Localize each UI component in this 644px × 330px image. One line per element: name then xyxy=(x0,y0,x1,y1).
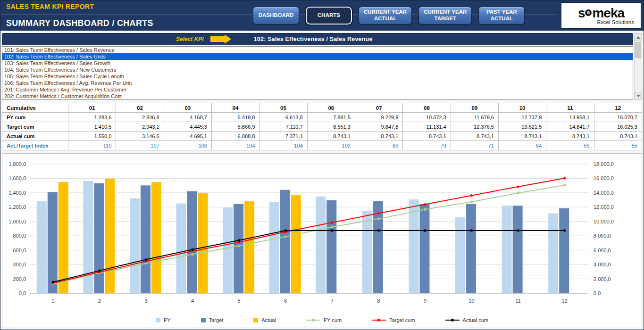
nav-button-current-year-actual[interactable]: CURRENT YEAR ACTUAL xyxy=(359,7,412,25)
bar xyxy=(187,191,197,293)
table-row-actual-cum: Actual cum1.550,03.146,54.695,16.088,87.… xyxy=(2,132,642,141)
table-cell: 2.943,1 xyxy=(116,122,164,132)
legend-swatch-bar xyxy=(253,318,258,322)
x-axis-label: 11 xyxy=(515,298,520,304)
line-marker xyxy=(377,212,380,214)
legend-item-actual: Actual xyxy=(253,317,276,323)
table-cell: 5.866,9 xyxy=(211,122,259,132)
someka-subtitle: Excel Solutions xyxy=(597,19,634,25)
line-marker xyxy=(98,270,100,272)
kpi-list-item[interactable]: 202: Customer Metrics / Customer Acquisi… xyxy=(2,93,633,99)
bar xyxy=(244,201,254,293)
table-cell: 7.110,7 xyxy=(259,122,307,132)
x-axis-label: 8 xyxy=(377,298,380,304)
bar xyxy=(291,195,301,293)
x-axis-label: 2 xyxy=(98,298,101,304)
scroll-thumb[interactable] xyxy=(635,42,641,58)
nav-buttons: DASHBOARD CHARTS CURRENT YEAR ACTUAL CUR… xyxy=(253,7,525,25)
x-axis-label: 3 xyxy=(144,298,147,304)
legend-label: Target cum xyxy=(389,317,415,323)
row-label: PY cum xyxy=(2,113,68,122)
x-axis-label: 1 xyxy=(51,298,54,304)
bar xyxy=(176,204,186,293)
table-cell: 2.846,8 xyxy=(116,113,164,122)
line-marker xyxy=(377,218,380,220)
page-title: SUMMARY DASHBOARD / CHARTS xyxy=(6,18,253,28)
x-axis-label: 9 xyxy=(424,298,427,304)
legend-swatch-line xyxy=(306,318,320,322)
scroll-up-icon xyxy=(636,36,640,39)
table-header-month: 10 xyxy=(498,103,546,113)
table-cell: 7.371,1 xyxy=(259,132,307,141)
table-cell: 16.025,3 xyxy=(594,122,642,132)
bar xyxy=(223,207,233,293)
kpi-list-item[interactable]: 101: Sales Team Effectiveness / Sales Re… xyxy=(2,47,633,53)
table-cell: 8.743,1 xyxy=(451,132,498,141)
bar xyxy=(466,204,476,293)
kpi-list-item[interactable]: 104: Sales Team Effectiveness / New Cust… xyxy=(2,66,633,73)
table-header-month: 09 xyxy=(451,103,498,113)
table-row-target-cum: Target cum1.410,52.943,14.445,35.866,97.… xyxy=(2,122,642,132)
line-marker xyxy=(52,281,54,283)
table-header-row: Cumulative010203040506070809101112 xyxy=(2,103,642,113)
table-cell: 12.737,9 xyxy=(498,113,546,122)
table-cell: 104 xyxy=(211,141,259,150)
table-cell: 106 xyxy=(164,141,211,150)
right-axis-tick: 16.000,0 xyxy=(594,175,614,181)
table-cell: 8.743,1 xyxy=(403,132,451,141)
kpi-list-item[interactable]: 103: Sales Team Effectiveness / Sales Gr… xyxy=(2,60,633,66)
nav-button-current-year-target[interactable]: CURRENT YEAR TARGET xyxy=(418,7,472,25)
selected-kpi-title: 102: Sales Effectiveness / Sales Revenue xyxy=(254,36,373,42)
kpi-listbox[interactable]: 101: Sales Team Effectiveness / Sales Re… xyxy=(2,46,633,100)
kpi-list-item[interactable]: 102: Sales Team Effectiveness / Sales Un… xyxy=(2,53,633,60)
legend-swatch-bar xyxy=(156,318,160,322)
bar xyxy=(48,192,58,293)
table-cell: 1.550,0 xyxy=(68,132,116,141)
scroll-down-button[interactable] xyxy=(635,92,642,99)
scroll-track[interactable] xyxy=(635,41,642,92)
bar-series-target xyxy=(48,183,569,293)
line-marker xyxy=(563,177,566,179)
kpi-list-item[interactable]: 106: Sales Team Effectiveness / Avg. Rev… xyxy=(2,80,633,86)
legend-label: PY xyxy=(164,317,171,323)
legend-swatch-line xyxy=(445,318,460,322)
bar xyxy=(362,211,372,293)
left-axis-tick: 600,0 xyxy=(13,248,26,253)
table-cell: 7.881,5 xyxy=(307,113,355,122)
table-cell: 89 xyxy=(355,141,402,150)
report-title: SALES TEAM KPI REPORT xyxy=(6,3,253,10)
table-cell: 14.841,7 xyxy=(546,122,594,132)
table-cell: 5.419,8 xyxy=(211,113,259,122)
table-cell: 6.613,8 xyxy=(259,113,307,122)
line-marker xyxy=(517,192,519,194)
bar xyxy=(409,199,418,293)
table-cell: 13.958,1 xyxy=(546,113,594,122)
app-window: SALES TEAM KPI REPORT SUMMARY DASHBOARD … xyxy=(0,0,644,330)
kpi-list-item[interactable]: 201: Customer Metrics / Avg. Revenue Per… xyxy=(2,86,633,93)
line-marker xyxy=(470,201,473,203)
scroll-up-button[interactable] xyxy=(635,33,642,41)
bar xyxy=(234,204,243,293)
table-cell: 12.376,5 xyxy=(451,122,498,132)
line-marker xyxy=(563,229,566,231)
logo-o-icon xyxy=(585,9,592,16)
nav-button-charts[interactable]: CHARTS xyxy=(306,7,352,25)
bar xyxy=(151,182,161,293)
table-cell: 8.743,1 xyxy=(355,132,402,141)
nav-button-past-year-actual[interactable]: PAST YEAR ACTUAL xyxy=(478,7,525,25)
bar xyxy=(502,206,512,293)
kpi-list-scrollbar[interactable] xyxy=(634,33,642,100)
bar xyxy=(455,217,465,293)
app-header: SALES TEAM KPI REPORT SUMMARY DASHBOARD … xyxy=(0,0,644,31)
legend-item-target-cum: Target cum xyxy=(372,317,415,323)
table-cell: 8.743,1 xyxy=(307,132,355,141)
table-body: PY cum1.283,62.846,84.168,75.419,86.613,… xyxy=(2,113,642,150)
x-axis-label: 6 xyxy=(284,298,287,304)
line-marker xyxy=(424,203,426,206)
right-axis-tick: 8.000,0 xyxy=(594,233,611,239)
table-cell: 11.679,6 xyxy=(451,113,498,122)
nav-button-dashboard[interactable]: DASHBOARD xyxy=(253,7,299,25)
kpi-list-item[interactable]: 105: Sales Team Effectiveness / Sales Cy… xyxy=(2,73,633,80)
table-cell: 1.283,6 xyxy=(68,113,116,122)
x-axis-label: 5 xyxy=(238,298,241,304)
